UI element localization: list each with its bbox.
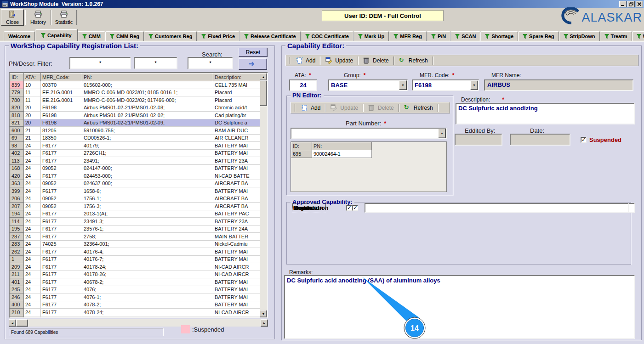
- tab[interactable]: Shortage: [480, 31, 518, 41]
- tab[interactable]: StripDown: [559, 31, 600, 41]
- tab[interactable]: Spare Reg: [518, 31, 559, 41]
- pn-row[interactable]: 695 90002464-1: [291, 150, 372, 158]
- chevron-down-icon[interactable]: [399, 80, 407, 90]
- history-button[interactable]: History: [27, 9, 50, 26]
- suspended-checkbox[interactable]: [581, 137, 587, 143]
- table-row[interactable]: 363 24 09052 024637-000; AIRCRAFT BA: [10, 180, 262, 187]
- pn-add-button[interactable]: Add: [297, 103, 325, 112]
- col-header-pn[interactable]: PN:: [82, 73, 213, 81]
- table-row[interactable]: 600 21 81205 5910090-755; RAM AIR DUC: [10, 127, 262, 135]
- tab[interactable]: Customers Reg: [144, 31, 197, 41]
- table-row[interactable]: 209 24 F6177 40178-24; NI-CAD AIRCR: [10, 263, 262, 271]
- note-input[interactable]: [365, 203, 629, 213]
- col-header-mfr[interactable]: MFR_Code:: [41, 73, 82, 81]
- tab[interactable]: P/N: [427, 31, 450, 41]
- tab[interactable]: Welcome: [4, 31, 35, 41]
- horizontal-scroll-thumb[interactable]: [16, 319, 28, 327]
- table-row[interactable]: 287 24 F6177 2758; MAIN BATTER: [10, 233, 262, 241]
- table-row[interactable]: 400 24 F6177 4078-2; BATTERY MAI: [10, 301, 262, 309]
- tab[interactable]: Mark Up: [353, 31, 389, 41]
- ata-input[interactable]: [289, 79, 317, 91]
- col-header-desc[interactable]: Description:: [213, 73, 262, 81]
- tab[interactable]: Release Certificate: [239, 31, 300, 41]
- horizontal-scrollbar[interactable]: [9, 319, 268, 327]
- reset-button[interactable]: Reset: [239, 48, 268, 57]
- search-input[interactable]: [188, 57, 233, 69]
- table-row[interactable]: 206 24 09052 1756-1; AIRCRAFT BA: [10, 195, 262, 203]
- table-row[interactable]: 245 24 F6177 4076; BATTERY MAI: [10, 286, 262, 293]
- vertical-scroll-thumb[interactable]: [260, 80, 267, 106]
- pn-update-button[interactable]: Update: [326, 103, 362, 112]
- table-row[interactable]: 820 20 F6198 Airbus PMS01-02-21/PMS01-02…: [10, 104, 262, 112]
- part-number-combo[interactable]: [291, 128, 447, 139]
- tab[interactable]: Capability: [35, 29, 78, 41]
- table-row[interactable]: 194 24 F6177 2013-1(A); BATTERY PAC: [10, 210, 262, 218]
- table-row[interactable]: 246 24 F6177 4076-1; BATTERY MAI: [10, 293, 262, 301]
- table-row[interactable]: 821 20 F6198 Airbus PMS01-02-21/PMS01-02…: [10, 119, 262, 127]
- close-button[interactable]: Close: [1, 9, 24, 26]
- cell-mfr-code: 09052: [41, 164, 82, 172]
- minimize-button[interactable]: [619, 1, 627, 7]
- tab[interactable]: Fixed Price: [197, 31, 239, 41]
- table-row[interactable]: 839 10 003T0 015602-000; CELL 735 MAI: [10, 81, 262, 89]
- table-row[interactable]: 210 24 F6177 4078-24; NI-CAD AIRCR: [10, 309, 262, 316]
- col-header-ata[interactable]: ATA:: [24, 73, 41, 81]
- update-button[interactable]: Update: [321, 56, 357, 65]
- table-row[interactable]: 402 24 F6177 2726CH1; BATTERY MAI: [10, 149, 262, 157]
- cell-mfr-code: F6177: [41, 271, 82, 278]
- chevron-down-icon[interactable]: [438, 129, 446, 138]
- cell-pn: 015602-000;: [82, 81, 213, 89]
- table-row[interactable]: 69 21 18350 CD00526-1; AIR CLEANER: [10, 134, 262, 142]
- update-icon: [331, 104, 338, 111]
- description-field[interactable]: DC Sulpfuric acid anodizing: [456, 103, 635, 124]
- pn-refresh-button[interactable]: ↻ Refresh: [400, 103, 437, 112]
- table-row[interactable]: 262 24 F6177 40176-4; BATTERY MAI: [10, 248, 262, 256]
- group-select[interactable]: BASE: [328, 79, 408, 91]
- cell-description: NI-CAD AIRCR: [213, 316, 262, 318]
- filter-input-2[interactable]: [134, 57, 177, 69]
- table-row[interactable]: 399 24 F6177 1658-6; BATTERY MAI: [10, 187, 262, 195]
- tab[interactable]: MFR Reg: [389, 31, 427, 41]
- filter-input-1[interactable]: [69, 57, 131, 69]
- table-row[interactable]: 113 24 F6177 23491; BATTERY 23A: [10, 157, 262, 165]
- table-row[interactable]: 780 11 EE.21G.0001 MMRO-C-006-MD-0023/02…: [10, 96, 262, 104]
- table-row[interactable]: 211 24 F6177 40178-26; NI-CAD AIRCR: [10, 271, 262, 278]
- table-row[interactable]: 232 24 F6177 4078-8; NI-CAD AIRCR: [10, 316, 262, 318]
- vertical-scrollbar[interactable]: [260, 73, 267, 317]
- table-row[interactable]: 779 11 EE.21G.0001 MMRO-C-006-MD-0023/01…: [10, 89, 262, 96]
- tab[interactable]: WO: [632, 31, 644, 41]
- table-row[interactable]: 114 24 F6177 23491-3; BATTERY 23A: [10, 218, 262, 226]
- mfr-code-select[interactable]: F6198: [412, 79, 479, 91]
- scroll-right-button[interactable]: [261, 319, 268, 327]
- table-row[interactable]: 401 24 F6177 40678-2; BATTERY MAI: [10, 278, 262, 286]
- chevron-down-icon[interactable]: [470, 80, 478, 90]
- restore-button[interactable]: [627, 1, 635, 7]
- table-row[interactable]: 168 24 09052 024147-000; BATTERY MAI: [10, 164, 262, 172]
- table-row[interactable]: 1 24 F6177 40176-7; BATTERY MAI: [10, 255, 262, 263]
- table-row[interactable]: 207 24 09052 1756-3; AIRCRAFT BA: [10, 203, 262, 210]
- table-row[interactable]: 283 24 74025 32364-001; Nickel-Cadmiu: [10, 240, 262, 248]
- scroll-left-button[interactable]: [9, 319, 16, 327]
- cell-pn: 32364-001;: [82, 240, 213, 248]
- scroll-up-button[interactable]: [260, 73, 267, 80]
- tab[interactable]: CMM: [78, 31, 105, 41]
- tab[interactable]: COC Certificate: [301, 31, 353, 41]
- search-go-button[interactable]: [239, 58, 267, 70]
- tab[interactable]: CMM Reg: [105, 31, 144, 41]
- table-row[interactable]: 420 24 F6177 024453-000; NI-CAD BATTE: [10, 172, 262, 180]
- scroll-down-button[interactable]: [260, 310, 267, 317]
- tab[interactable]: SCAN: [450, 31, 480, 41]
- pn-delete-button[interactable]: Delete: [364, 103, 398, 112]
- delete-button[interactable]: Delete: [359, 56, 393, 65]
- add-button[interactable]: Add: [292, 56, 319, 65]
- table-row[interactable]: 195 24 F6177 23576-1; BATTERY 24A: [10, 225, 262, 233]
- capability-checkbox[interactable]: [346, 205, 352, 211]
- statistic-button[interactable]: Statistic: [52, 9, 75, 26]
- tab[interactable]: Treatm: [600, 31, 632, 41]
- remarks-field[interactable]: DC Sulpfuric acid anodizing (SAA) of alu…: [284, 275, 635, 339]
- col-header-id[interactable]: ID:: [10, 73, 24, 81]
- table-row[interactable]: 98 24 F6177 40179; BATTERY MAI: [10, 142, 262, 150]
- refresh-button[interactable]: ↻ Refresh: [395, 56, 432, 65]
- table-row[interactable]: 818 20 F6198 Airbus PMS01-02-21/PMS01-02…: [10, 112, 262, 119]
- close-window-button[interactable]: [636, 1, 643, 7]
